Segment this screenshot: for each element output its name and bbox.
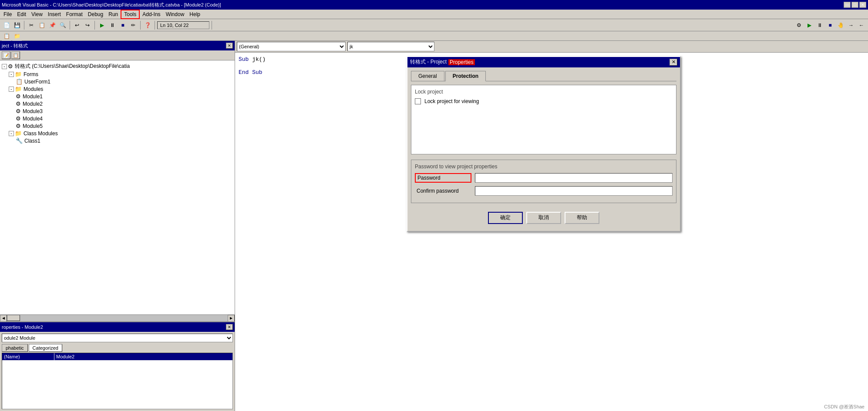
tree-node-module3[interactable]: ⚙ Module3	[2, 107, 233, 115]
tree-node-project[interactable]: - ⚙ 转格式 (C:\Users\Shae\Desktop\DesktopFi…	[2, 62, 233, 70]
tb-run2[interactable]: ▶	[804, 20, 814, 30]
minimize-btn[interactable]: —	[844, 2, 851, 8]
dialog-body: General Protection Lock project Lock pro…	[407, 67, 680, 231]
project-view-code[interactable]: 📝	[2, 51, 10, 59]
tb2-module[interactable]: 📁	[12, 31, 22, 41]
code-general-dropdown[interactable]: (General)	[237, 42, 346, 51]
tb-undo[interactable]: ↩	[72, 20, 82, 30]
menu-file[interactable]: File	[1, 10, 14, 18]
left-panel: ject - 转格式 ✕ 📝 📋 - ⚙ 转格式 (C:\Users\Shae\…	[0, 41, 235, 411]
tb-run[interactable]: ▶	[97, 20, 107, 30]
menu-insert[interactable]: Insert	[45, 10, 64, 18]
class1-icon: 🔧	[16, 137, 23, 144]
tree-node-module5[interactable]: ⚙ Module5	[2, 122, 233, 130]
props-tab-categorized[interactable]: Categorized	[29, 344, 62, 352]
tb-hand[interactable]: 🤚	[836, 20, 845, 30]
toolbar-sep-3	[94, 21, 95, 30]
module2-label: Module2	[23, 101, 43, 107]
menu-window[interactable]: Window	[163, 10, 187, 18]
props-object-select[interactable]: odule2 Module	[2, 334, 233, 342]
module5-label: Module5	[23, 123, 43, 129]
tb-paste[interactable]: 📌	[47, 20, 57, 30]
tb-stop2[interactable]: ■	[825, 20, 835, 30]
scroll-thumb-h[interactable]	[7, 315, 20, 321]
project-panel-toolbar: 📝 📋	[0, 50, 235, 60]
toolbar-sep-5	[155, 21, 155, 30]
confirm-password-input[interactable]	[475, 186, 673, 196]
password-input[interactable]	[475, 173, 673, 183]
code-proc-dropdown[interactable]: jk	[347, 42, 434, 51]
confirm-password-label: Confirm password	[415, 188, 471, 194]
modules-folder-icon: 📁	[15, 86, 22, 92]
menu-tools[interactable]: Tools	[121, 10, 140, 19]
maximize-btn[interactable]: □	[851, 2, 858, 8]
props-cell-name-val: Module2	[54, 353, 232, 360]
properties-panel-close[interactable]: ✕	[226, 324, 233, 330]
tb-design[interactable]: ✏	[128, 20, 138, 30]
title-bar-buttons: — □ ✕	[844, 2, 866, 8]
code-toolbar: (General) jk	[235, 41, 868, 53]
project-tree[interactable]: - ⚙ 转格式 (C:\Users\Shae\Desktop\DesktopFi…	[0, 60, 235, 314]
menu-help[interactable]: Help	[187, 10, 203, 18]
module3-label: Module3	[23, 108, 43, 114]
tb-back[interactable]: ←	[857, 20, 866, 30]
scroll-track-h[interactable]	[7, 315, 228, 322]
tree-node-modules[interactable]: - 📁 Modules	[2, 85, 233, 93]
dialog-ok-btn[interactable]: 确定	[488, 212, 523, 224]
dialog-close-btn[interactable]: ✕	[670, 59, 677, 66]
project-panel-title: ject - 转格式	[2, 43, 28, 49]
toolbar-sep-6	[212, 21, 212, 30]
module3-icon: ⚙	[16, 108, 21, 114]
status-text: CSDN @淅酒Shae	[824, 404, 865, 409]
toolbar-sep-2	[70, 21, 70, 30]
tb-help[interactable]: ❓	[143, 20, 152, 30]
menu-addins[interactable]: Add-Ins	[140, 10, 163, 18]
toolbar-sep-4	[140, 21, 141, 30]
tb-redo[interactable]: ↪	[83, 20, 92, 30]
tb-pause[interactable]: ⏸	[108, 20, 117, 30]
dialog-cancel-btn[interactable]: 取消	[526, 212, 561, 224]
tb-find[interactable]: 🔍	[58, 20, 67, 30]
tb-arrow[interactable]: →	[846, 20, 856, 30]
tree-node-userform1[interactable]: 📋 UserForm1	[2, 78, 233, 85]
tree-node-forms[interactable]: - 📁 Forms	[2, 70, 233, 78]
menu-debug[interactable]: Debug	[85, 10, 106, 18]
dialog-tab-protection[interactable]: Protection	[445, 71, 486, 81]
tb-pause2[interactable]: ⏸	[815, 20, 824, 30]
menu-edit[interactable]: Edit	[14, 10, 29, 18]
tree-node-module2[interactable]: ⚙ Module2	[2, 100, 233, 107]
scroll-left-arrow[interactable]: ◀	[0, 315, 7, 322]
tb-design2[interactable]: ⚙	[794, 20, 804, 30]
tree-node-module1[interactable]: ⚙ Module1	[2, 93, 233, 100]
tb-cut[interactable]: ✂	[27, 20, 36, 30]
dialog-title-highlighted: Properties	[448, 59, 475, 65]
tree-node-class1[interactable]: 🔧 Class1	[2, 137, 233, 144]
dialog-help-btn[interactable]: 帮助	[565, 212, 599, 224]
menu-format[interactable]: Format	[64, 10, 85, 18]
menu-bar: File Edit View Insert Format Debug Run T…	[0, 10, 868, 19]
props-cell-name-key: (Name)	[2, 353, 54, 360]
project-view-form[interactable]: 📋	[11, 51, 20, 59]
menu-view[interactable]: View	[29, 10, 45, 18]
title-bar: Microsoft Visual Basic - C:\Users\Shae\D…	[0, 0, 868, 10]
tree-node-module4[interactable]: ⚙ Module4	[2, 115, 233, 122]
menu-run[interactable]: Run	[106, 10, 121, 18]
lock-project-checkbox[interactable]	[415, 98, 421, 104]
tb-new[interactable]: 📄	[2, 20, 11, 30]
project-properties-dialog: 转格式 - Project Properties ✕ General Prote…	[407, 56, 681, 232]
tb-save[interactable]: 💾	[12, 20, 22, 30]
tree-node-classmodules[interactable]: - 📁 Class Modules	[2, 130, 233, 137]
scroll-right-arrow[interactable]: ▶	[228, 315, 235, 322]
status-bar: CSDN @淅酒Shae	[821, 403, 868, 411]
props-tab-alphabetic[interactable]: phabetic	[2, 344, 28, 352]
tb-stop[interactable]: ■	[118, 20, 128, 30]
title-bar-title: Microsoft Visual Basic - C:\Users\Shae\D…	[2, 2, 844, 8]
tb2-form[interactable]: 📋	[2, 31, 11, 41]
tb-copy[interactable]: 📋	[37, 20, 47, 30]
project-panel-close[interactable]: ✕	[226, 43, 233, 49]
project-tree-scrollbar-h[interactable]: ◀ ▶	[0, 314, 235, 321]
dialog-tab-general[interactable]: General	[411, 71, 444, 81]
confirm-password-row: Confirm password	[415, 186, 673, 196]
close-btn[interactable]: ✕	[859, 2, 866, 8]
props-row-name[interactable]: (Name) Module2	[2, 353, 232, 361]
